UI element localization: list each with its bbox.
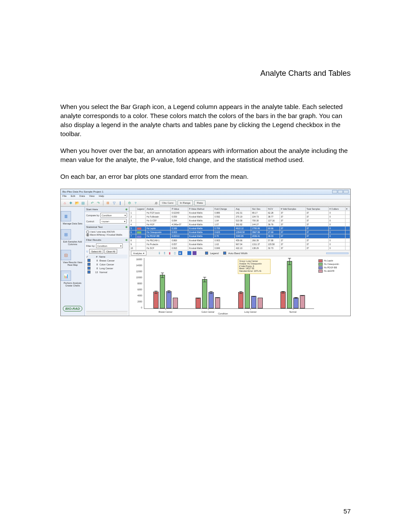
control-dropdown[interactable]: <none>▾ [100,219,127,224]
bandwidth-slider[interactable] [326,252,349,254]
chart-bar[interactable] [166,291,171,308]
chart-bar[interactable] [215,297,220,308]
table-header[interactable]: P-Value [171,207,188,211]
nav-view-results-icon[interactable]: ⊟ [61,250,71,260]
window-buttons[interactable] [332,190,349,194]
table-row[interactable]: 4Hu HGF4.346e-07Kruskal-Wallis1.07392.82… [130,223,350,227]
precision-icon[interactable]: .0 [153,201,158,205]
table-header[interactable]: # [345,207,350,211]
chart-bar[interactable] [202,279,207,308]
chart-bar[interactable] [251,296,256,308]
filter-checkbox[interactable] [87,271,90,274]
undo-icon[interactable]: ↶ [90,201,95,205]
chart-bar[interactable] [160,275,165,308]
nav-edit-samples-icon[interactable]: ⊞ [61,229,71,240]
legend-checkbox[interactable] [205,252,208,255]
table-header[interactable]: Analyte [146,207,171,211]
box-plot-icon[interactable]: ▯ [173,251,177,255]
body-paragraph: When you select the Bar Graph icon, a Le… [60,102,351,138]
manage-icon[interactable]: ▤ [81,201,85,205]
filter-row[interactable]: 13Normal [86,270,128,274]
table-row[interactable]: 2Hu Follistatin0.059Kruskal-Wallis0.5922… [130,215,350,219]
open-icon[interactable]: 📂 [75,201,79,205]
new-icon[interactable]: ✚ [68,201,73,205]
config-icon[interactable] [187,251,191,255]
chart-bar[interactable] [287,261,292,308]
horizontal-scrollbar[interactable] [86,311,128,315]
analytes-dropdown[interactable]: Analytes ▾ [131,251,146,255]
sort-asc-icon[interactable]: ↧ [158,251,162,255]
menu-view[interactable]: View [89,195,95,197]
table-header[interactable]: # Valid Samples [280,207,305,211]
chart-bar[interactable] [196,298,201,308]
table-header[interactable] [130,207,136,211]
table-row[interactable]: 3Hu G-CSF0.094Kruskal-Wallis1.64510.5870… [130,219,350,223]
table-row[interactable]: 6Hu Osteopontin0.003Kruskal-Wallis0.6231… [130,230,350,234]
filter-icon[interactable]: ▽ [112,201,116,205]
table-row[interactable]: 8Hu PECAM-10.869Kruskal-Wallis0.903459.6… [130,238,350,242]
expand-icon[interactable]: ⊕ [125,208,128,211]
gear-icon[interactable]: ⚙ [127,201,132,205]
chart-bar[interactable] [238,292,243,308]
table-row[interactable]: 7Hu PDGF-BB0.00013Kruskal-Wallis0.705340… [130,234,350,238]
chart-bar[interactable] [300,295,305,308]
filter-checkbox[interactable] [87,259,90,262]
table-row[interactable]: 5Hu Leptin0.169Kruskal-Wallis0.7094613.1… [130,227,350,230]
menu-edit[interactable]: Edit [71,195,75,197]
menubar[interactable]: File Edit Data View Help [61,195,350,199]
nav-manage-datasets-icon[interactable]: ≣ [61,211,71,221]
pause-icon[interactable]: ∥ [118,201,122,205]
select-all-button[interactable]: Select All [89,249,103,254]
table-row[interactable]: 10Hu SCF0.063Kruskal-Wallis0.849422.1313… [130,246,350,250]
chart-bar[interactable] [153,292,159,308]
menu-file[interactable]: File [62,195,67,197]
radio-mannwhitney[interactable] [86,233,89,236]
filter-checkbox[interactable] [87,263,90,266]
menu-help[interactable]: Help [99,195,104,197]
table-header[interactable]: Total Samples [305,207,328,211]
table-row[interactable]: 9Hu Prolactin0.057Kruskal-Wallis1.63967.… [130,242,350,246]
body-paragraph: When you hover over the bar, an annotati… [60,146,351,164]
table-row[interactable]: 1Hu FGF basic0.02340Kruskal-Wallis0.8851… [130,211,350,215]
heatmap-icon[interactable]: ⊞ [106,201,110,205]
analyte-table[interactable]: LegendAnalyteP-ValueP-Value MethodFold C… [129,207,350,250]
scatter-icon[interactable]: ※ [178,251,182,255]
table-header[interactable]: %CV [267,207,280,211]
filter-checkbox[interactable] [87,267,90,270]
compare-by-dropdown[interactable]: Condition▾ [100,213,127,218]
home-icon[interactable]: ⌂ [62,201,67,205]
color-icon[interactable] [193,251,196,255]
menu-data[interactable]: Data [79,195,85,197]
nav-perform-analysis-icon[interactable]: 📊 [61,271,71,281]
filter-by-dropdown[interactable]: Condition▾ [96,243,123,248]
filter-row[interactable]: 8Lung Cancer [86,266,128,270]
chart-bar[interactable] [173,298,178,308]
expand-icon[interactable]: ⊕ [125,238,128,241]
redo-icon[interactable]: ↷ [96,201,101,205]
radio-ttest[interactable] [86,230,89,233]
filter-row[interactable]: 8Colon Cancer [86,262,128,266]
table-header[interactable]: Fold Change [214,207,235,211]
chart-bar[interactable] [280,292,286,308]
expand-icon[interactable]: ⊕ [125,225,128,228]
table-header[interactable]: Std. Dev. [251,207,267,211]
table-header[interactable]: P-Value Method [188,207,213,211]
bar-chart[interactable]: 1600014000120001000080006000400020000 Br… [129,256,317,316]
tab-obs-conc[interactable]: Obs Conc [159,200,176,205]
sort-desc-icon[interactable]: ↥ [163,251,167,255]
help-icon[interactable]: ? [133,201,138,205]
chart-bar[interactable] [258,298,263,308]
table-header[interactable]: Avg [235,207,251,211]
chart-bar[interactable] [209,292,214,308]
table-header[interactable]: Legend [136,207,146,211]
filter-row[interactable]: 8Breast Cancer [86,258,128,262]
tab-ratio[interactable]: Ratio [194,200,206,205]
tab-in-range[interactable]: In Range [177,200,193,205]
filter-icon[interactable]: ▽ [86,250,88,253]
table-header[interactable]: # Outliers [328,207,345,211]
bar-chart-icon[interactable]: ▮ [168,251,172,255]
auto-bandwidth-checkbox[interactable] [223,252,226,255]
chart-bar[interactable] [293,298,299,308]
chart-group: Normal [272,258,314,308]
clear-all-button[interactable]: Clear All [104,249,117,254]
